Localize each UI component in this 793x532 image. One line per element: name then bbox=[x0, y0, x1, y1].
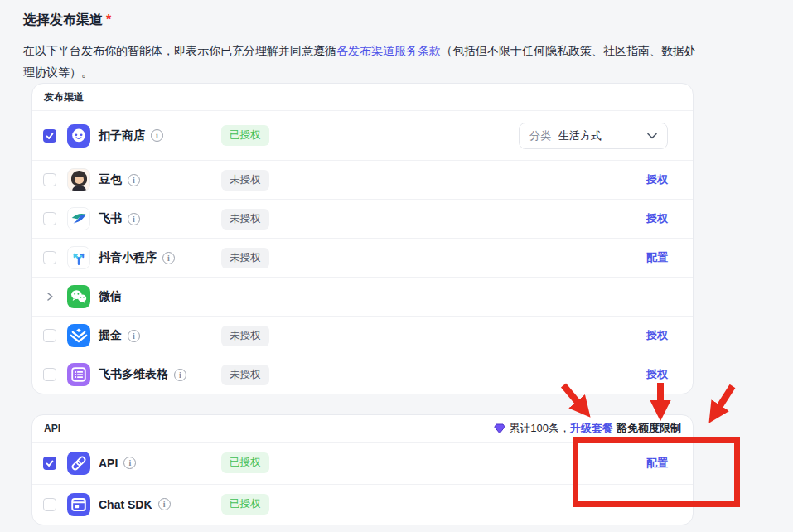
doubao-status-badge: 未授权 bbox=[221, 170, 269, 191]
feishu-base-label: 飞书多维表格 bbox=[99, 367, 168, 382]
doubao-label: 豆包 bbox=[99, 172, 122, 187]
wechat-label: 微信 bbox=[99, 289, 122, 304]
category-select-label: 分类 bbox=[529, 128, 551, 143]
publish-channels-card: 发布渠道 扣子商店 i 已授权 分类 生活方式 bbox=[31, 83, 694, 394]
quota-info: 累计100条， 升级套餐 豁免额度限制 bbox=[494, 421, 681, 436]
chevron-down-icon bbox=[647, 133, 657, 139]
upgrade-plan-link[interactable]: 升级套餐 bbox=[570, 421, 613, 436]
category-select-value: 生活方式 bbox=[558, 128, 602, 143]
channel-row-coze-store: 扣子商店 i 已授权 分类 生活方式 bbox=[32, 111, 693, 160]
api-configure-link[interactable]: 配置 bbox=[646, 456, 668, 471]
terms-description-prefix: 在以下平台发布你的智能体，即表示你已充分理解并同意遵循 bbox=[23, 44, 336, 57]
doubao-avatar bbox=[67, 168, 90, 191]
coze-store-label: 扣子商店 bbox=[99, 128, 145, 143]
juejin-status-badge: 未授权 bbox=[221, 326, 269, 346]
info-icon[interactable]: i bbox=[158, 498, 171, 510]
info-icon[interactable]: i bbox=[162, 252, 175, 264]
juejin-authorize-link[interactable]: 授权 bbox=[646, 328, 668, 343]
info-icon[interactable]: i bbox=[128, 174, 140, 186]
doubao-authorize-link[interactable]: 授权 bbox=[646, 172, 668, 187]
coze-store-checkbox[interactable] bbox=[43, 129, 56, 143]
wechat-icon bbox=[67, 285, 90, 308]
info-icon[interactable]: i bbox=[128, 330, 140, 342]
feishu-status-badge: 未授权 bbox=[221, 209, 269, 230]
chevron-right-icon[interactable] bbox=[43, 290, 56, 303]
channel-terms-link[interactable]: 各发布渠道服务条款 bbox=[336, 44, 441, 57]
quota-exempt-text: 豁免额度限制 bbox=[617, 421, 681, 436]
page-title: 选择发布渠道* bbox=[23, 12, 111, 29]
chat-sdk-icon bbox=[67, 493, 90, 516]
category-select[interactable]: 分类 生活方式 bbox=[519, 123, 668, 149]
info-icon[interactable]: i bbox=[151, 129, 163, 142]
feishu-base-checkbox[interactable] bbox=[43, 368, 56, 381]
api-checkbox[interactable] bbox=[43, 457, 56, 470]
channel-row-api: API i 已授权 配置 bbox=[32, 443, 693, 484]
check-icon bbox=[45, 131, 55, 141]
coze-store-icon bbox=[67, 124, 90, 148]
juejin-label: 掘金 bbox=[99, 328, 122, 343]
feishu-checkbox[interactable] bbox=[43, 212, 56, 225]
doubao-checkbox[interactable] bbox=[43, 173, 56, 186]
quota-usage-text: 累计100条， bbox=[509, 421, 570, 436]
coze-store-status-badge: 已授权 bbox=[221, 125, 269, 146]
api-card: API 累计100条， 升级套餐 豁免额度限制 API i 已授 bbox=[31, 414, 694, 525]
api-card-header: API 累计100条， 升级套餐 豁免额度限制 bbox=[32, 415, 693, 443]
feishu-authorize-link[interactable]: 授权 bbox=[646, 211, 668, 226]
check-icon bbox=[45, 458, 55, 468]
feishu-label: 飞书 bbox=[99, 211, 122, 226]
channel-row-feishu-base: 飞书多维表格 i 未授权 授权 bbox=[32, 355, 693, 394]
channel-row-douyin-miniapp: 抖音小程序 i 未授权 配置 bbox=[32, 238, 693, 277]
feishu-base-status-badge: 未授权 bbox=[221, 365, 269, 385]
channel-row-wechat[interactable]: 微信 bbox=[32, 277, 693, 316]
info-icon[interactable]: i bbox=[174, 369, 186, 381]
channel-row-juejin: 掘金 i 未授权 授权 bbox=[32, 316, 693, 355]
chat-sdk-label: Chat SDK bbox=[99, 498, 152, 511]
channels-card-title: 发布渠道 bbox=[44, 90, 84, 104]
juejin-checkbox[interactable] bbox=[43, 329, 56, 342]
chat-sdk-status-badge: 已授权 bbox=[221, 494, 269, 515]
douyin-miniapp-checkbox[interactable] bbox=[43, 251, 56, 264]
required-asterisk: * bbox=[106, 12, 111, 27]
douyin-miniapp-label: 抖音小程序 bbox=[99, 250, 157, 265]
juejin-icon bbox=[67, 324, 90, 347]
page-title-text: 选择发布渠道 bbox=[23, 12, 103, 27]
api-card-title: API bbox=[44, 423, 60, 434]
chat-sdk-checkbox[interactable] bbox=[43, 498, 56, 511]
channels-card-header: 发布渠道 bbox=[32, 84, 693, 111]
channel-row-feishu: 飞书 i 未授权 授权 bbox=[32, 199, 693, 238]
terms-description: 在以下平台发布你的智能体，即表示你已充分理解并同意遵循各发布渠道服务条款（包括但… bbox=[23, 40, 696, 83]
info-icon[interactable]: i bbox=[128, 213, 140, 225]
channel-row-doubao: 豆包 i 未授权 授权 bbox=[32, 160, 693, 199]
channel-row-chat-sdk: Chat SDK i 已授权 bbox=[32, 484, 693, 525]
api-icon bbox=[67, 452, 90, 475]
douyin-miniapp-icon bbox=[67, 246, 90, 269]
api-label: API bbox=[99, 457, 118, 470]
annotation-arrow-3 bbox=[713, 386, 733, 416]
douyin-miniapp-status-badge: 未授权 bbox=[221, 248, 269, 268]
douyin-miniapp-configure-link[interactable]: 配置 bbox=[646, 250, 668, 265]
feishu-base-icon bbox=[67, 363, 90, 386]
gem-icon bbox=[494, 423, 505, 434]
api-status-badge: 已授权 bbox=[221, 452, 269, 473]
feishu-base-authorize-link[interactable]: 授权 bbox=[646, 367, 668, 382]
info-icon[interactable]: i bbox=[123, 457, 136, 469]
feishu-icon bbox=[67, 207, 90, 230]
